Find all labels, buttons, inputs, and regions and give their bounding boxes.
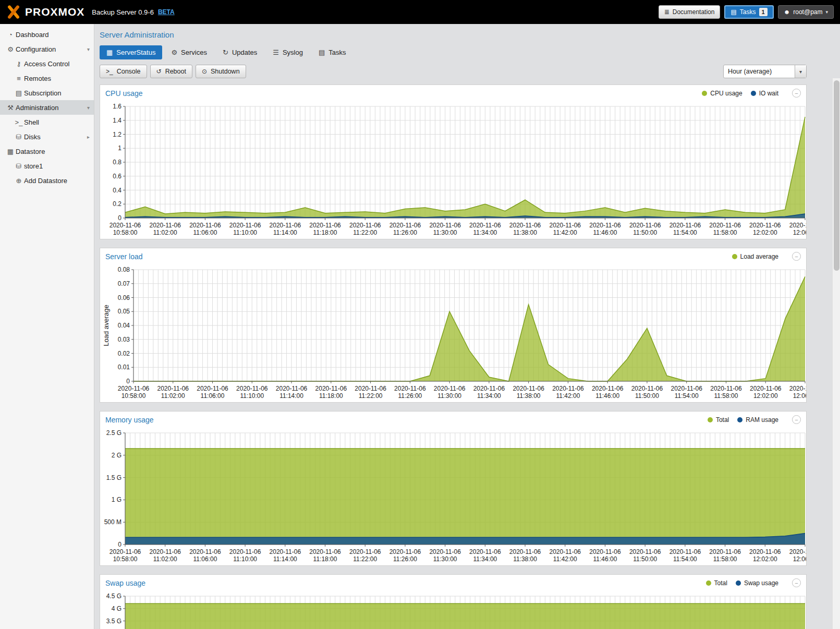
sidebar-item-remotes[interactable]: ≡ Remotes <box>0 71 94 86</box>
tab-syslog[interactable]: ☰ Syslog <box>266 45 310 59</box>
svg-text:2020-11-0611:30:00: 2020-11-0611:30:00 <box>434 385 466 400</box>
svg-text:1.6: 1.6 <box>113 103 121 110</box>
chevron-down-icon: ▾ <box>87 105 90 111</box>
svg-text:2020-11-0611:50:00: 2020-11-0611:50:00 <box>631 385 663 400</box>
svg-text:1.4: 1.4 <box>113 117 121 124</box>
sidebar-item-add-datastore[interactable]: ⊕ Add Datastore <box>0 173 94 188</box>
swap-usage-chart: 0500 M1 G1.5 G2 G2.5 G3 G3.5 G4 G4.5 G20… <box>100 591 806 629</box>
sidebar-item-label: Dashboard <box>16 31 49 39</box>
memory-usage-panel: Memory usage Total RAM usage − 0500 M1 G… <box>100 411 807 566</box>
beta-link[interactable]: BETA <box>158 8 175 16</box>
archive-icon: ▦ <box>5 148 16 155</box>
tab-updates[interactable]: ↻ Updates <box>216 45 264 59</box>
toolbar: >_ Console ↺ Reboot ⊙ Shutdown Hour (ave… <box>100 65 807 78</box>
shutdown-button[interactable]: ⊙ Shutdown <box>196 65 246 78</box>
legend-item[interactable]: Swap usage <box>736 579 778 587</box>
collapse-icon[interactable]: − <box>792 578 801 587</box>
proxmox-wordmark: PROXMOX <box>25 6 84 18</box>
svg-text:0.4: 0.4 <box>113 187 121 194</box>
svg-text:2020-11-0612:06:00: 2020-11-0612:06:00 <box>789 385 806 400</box>
legend-item[interactable]: Total <box>706 579 727 587</box>
sidebar-item-subscription[interactable]: ▤ Subscription <box>0 86 94 100</box>
sidebar-item-label: Administration <box>16 104 58 112</box>
sidebar-item-administration[interactable]: ⚒ Administration ▾ <box>0 100 94 115</box>
timeframe-select[interactable]: Hour (average) ▾ <box>723 65 807 78</box>
svg-text:0.03: 0.03 <box>118 336 130 343</box>
svg-text:2020-11-0611:22:00: 2020-11-0611:22:00 <box>349 548 381 563</box>
cpu-usage-panel: CPU usage CPU usage IO wait − 00.20.40.6… <box>100 84 807 239</box>
svg-text:2020-11-0611:46:00: 2020-11-0611:46:00 <box>589 222 621 236</box>
collapse-icon[interactable]: − <box>792 252 801 261</box>
svg-text:2020-11-0611:18:00: 2020-11-0611:18:00 <box>315 385 347 400</box>
sidebar-item-label: store1 <box>24 162 43 170</box>
sidebar-item-store1[interactable]: ⛁ store1 <box>0 159 94 173</box>
vertical-scrollbar[interactable] <box>832 78 840 629</box>
tab-label: Services <box>181 49 207 56</box>
svg-text:2020-11-0611:22:00: 2020-11-0611:22:00 <box>355 385 386 400</box>
svg-text:2020-11-0611:46:00: 2020-11-0611:46:00 <box>589 548 621 563</box>
svg-text:2020-11-0611:54:00: 2020-11-0611:54:00 <box>671 385 702 400</box>
tab-serverstatus[interactable]: ▦ ServerStatus <box>100 45 162 59</box>
legend-item[interactable]: IO wait <box>751 90 778 97</box>
svg-text:Load average: Load average <box>102 305 110 346</box>
svg-text:0.05: 0.05 <box>118 308 130 315</box>
terminal-icon: >_ <box>106 68 113 75</box>
list-icon: ☰ <box>273 49 279 56</box>
legend: CPU usage IO wait − <box>702 89 801 98</box>
memory-usage-chart: 0500 M1 G1.5 G2 G2.5 G2020-11-0610:58:00… <box>100 428 806 565</box>
console-button[interactable]: >_ Console <box>100 65 147 78</box>
user-label: root@pam <box>793 8 822 16</box>
svg-text:500 M: 500 M <box>104 518 121 526</box>
sidebar-item-label: Shell <box>24 118 39 126</box>
reboot-button[interactable]: ↺ Reboot <box>150 65 192 78</box>
legend-item[interactable]: Total <box>708 416 729 424</box>
sidebar-item-datastore[interactable]: ▦ Datastore <box>0 144 94 159</box>
documentation-button[interactable]: ≣ Documentation <box>659 5 721 19</box>
tab-tasks[interactable]: ▤ Tasks <box>312 45 353 59</box>
svg-text:2020-11-0611:02:00: 2020-11-0611:02:00 <box>149 222 181 236</box>
svg-text:2020-11-0611:34:00: 2020-11-0611:34:00 <box>469 222 501 236</box>
collapse-icon[interactable]: − <box>792 89 801 98</box>
svg-text:2020-11-0611:54:00: 2020-11-0611:54:00 <box>669 548 701 563</box>
svg-text:2020-11-0611:06:00: 2020-11-0611:06:00 <box>197 385 228 400</box>
sidebar-item-configuration[interactable]: ⚙ Configuration ▾ <box>0 42 94 56</box>
tasks-button[interactable]: ▤ Tasks 1 <box>724 5 773 19</box>
tab-services[interactable]: ⚙ Services <box>164 45 214 59</box>
sidebar-item-access-control[interactable]: ⚷ Access Control <box>0 56 94 71</box>
legend-item[interactable]: Load average <box>732 253 778 260</box>
disk-icon: ⛁ <box>14 133 24 141</box>
collapse-icon[interactable]: − <box>792 415 801 424</box>
main-content: Server Administration ▦ ServerStatus ⚙ S… <box>94 24 840 629</box>
database-icon: ⛁ <box>14 162 24 170</box>
svg-text:2020-11-0611:34:00: 2020-11-0611:34:00 <box>469 548 501 563</box>
sidebar-item-label: Subscription <box>24 89 62 97</box>
timeframe-value: Hour (average) <box>724 65 795 78</box>
user-menu-button[interactable]: ☻ root@pam ▾ <box>778 5 834 19</box>
svg-text:2020-11-0611:50:00: 2020-11-0611:50:00 <box>629 222 661 236</box>
svg-text:1: 1 <box>118 144 121 152</box>
sidebar-item-disks[interactable]: ⛁ Disks ▸ <box>0 129 94 144</box>
ticket-icon: ▤ <box>14 89 24 97</box>
svg-text:2020-11-0611:38:00: 2020-11-0611:38:00 <box>513 385 544 400</box>
proxmox-logo-icon <box>6 5 21 19</box>
documentation-label: Documentation <box>673 8 715 16</box>
legend-item[interactable]: RAM usage <box>737 416 778 424</box>
svg-text:0: 0 <box>118 214 121 222</box>
svg-text:2020-11-0611:34:00: 2020-11-0611:34:00 <box>473 385 505 400</box>
scrollbar-thumb[interactable] <box>834 80 839 271</box>
console-label: Console <box>117 68 141 75</box>
legend: Total Swap usage − <box>706 578 801 587</box>
svg-text:2020-11-0611:10:00: 2020-11-0611:10:00 <box>236 385 268 400</box>
svg-text:2020-11-0611:26:00: 2020-11-0611:26:00 <box>394 385 426 400</box>
key-icon: ⚷ <box>14 60 24 68</box>
sidebar-item-shell[interactable]: >_ Shell <box>0 115 94 129</box>
tab-label: Tasks <box>328 49 346 56</box>
svg-text:2020-11-0611:26:00: 2020-11-0611:26:00 <box>389 222 421 236</box>
legend-label: IO wait <box>759 90 778 97</box>
gears-icon: ⚙ <box>171 49 177 56</box>
legend-label: Total <box>716 416 729 424</box>
legend-label: Total <box>714 579 727 587</box>
sidebar-item-dashboard[interactable]: ◔ Dashboard <box>0 27 94 42</box>
svg-text:2020-11-0611:46:00: 2020-11-0611:46:00 <box>592 385 624 400</box>
legend-item[interactable]: CPU usage <box>702 90 742 97</box>
